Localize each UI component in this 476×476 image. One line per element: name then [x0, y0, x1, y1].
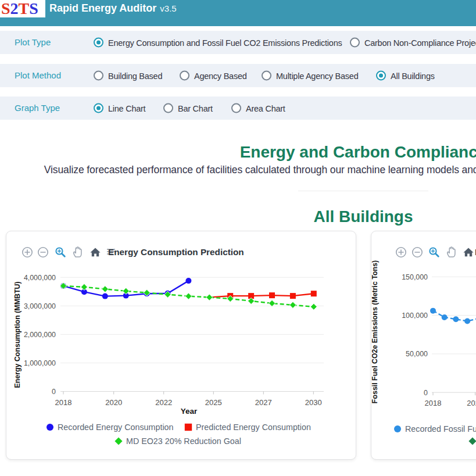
svg-text:Predicted Energy Consumption: Predicted Energy Consumption — [196, 423, 311, 432]
svg-text:2020: 2020 — [105, 398, 122, 407]
zoom-in-icon[interactable] — [23, 248, 32, 257]
box-zoom-icon[interactable] — [56, 248, 65, 256]
page: S2TS Rapid Energy Auditorv3.5 Plot TypeE… — [0, 0, 476, 476]
svg-text:2018: 2018 — [425, 399, 442, 407]
x-ticks: 20182020 — [425, 392, 476, 407]
pan-icon[interactable] — [448, 247, 455, 257]
svg-text:150,000: 150,000 — [402, 273, 428, 281]
y-axis-label: Energy Consumption (MMBTU) — [13, 281, 22, 388]
legend-item-recorded-energy-consumption[interactable]: Recorded Energy Consumption — [46, 423, 174, 432]
y-axis-label: Fossil Fuel CO2e Emissions (Metric Tons) — [371, 260, 379, 403]
legend-item-recorded-fossil-fuel-co2e-emissions[interactable]: Recorded Fossil Fuel CO2e Emissions — [394, 424, 476, 434]
y-tick-labels: 050,000100,000150,000 — [402, 273, 428, 397]
section-title: All Buildings — [0, 207, 476, 226]
gridlines — [432, 277, 476, 392]
svg-text:3,000,000: 3,000,000 — [24, 302, 56, 310]
zoom-in-icon[interactable] — [396, 248, 406, 257]
zoom-out-icon[interactable] — [413, 248, 422, 257]
x-axis-label: Year — [181, 407, 198, 416]
legend-item-md-eo23-20-reduction-goal[interactable]: MD EO23 20% Reduction Goal — [468, 436, 476, 446]
main-content: Energy and Carbon Compliance Visualize f… — [0, 0, 476, 476]
series-recorded-fossil-fuel-co2e-emissions — [430, 308, 476, 324]
zoom-out-icon[interactable] — [38, 248, 48, 257]
svg-text:0: 0 — [424, 389, 428, 397]
divider — [298, 191, 428, 191]
energy-consumption-chart: 01,000,0002,000,0003,000,0004,000,000201… — [6, 231, 357, 460]
svg-text:2022: 2022 — [155, 398, 172, 407]
legend-item-predicted-energy-consumption[interactable]: Predicted Energy Consumption — [185, 423, 311, 432]
pan-icon[interactable] — [74, 247, 81, 257]
svg-text:Recorded Fossil Fuel CO2e Emis: Recorded Fossil Fuel CO2e Emissions — [405, 424, 476, 434]
page-subtitle: Visualize forecasted performance of faci… — [0, 164, 476, 176]
svg-text:2030: 2030 — [305, 398, 322, 407]
series-predicted-energy-consumption — [209, 291, 317, 299]
svg-text:2027: 2027 — [255, 398, 272, 407]
svg-text:2020: 2020 — [467, 399, 476, 407]
box-zoom-icon[interactable] — [430, 248, 438, 256]
svg-text:100,000: 100,000 — [402, 312, 428, 320]
svg-text:MD EO23 20% Reduction Goal: MD EO23 20% Reduction Goal — [126, 436, 241, 446]
energy-consumption-chart-card: 01,000,0002,000,0003,000,0004,000,000201… — [6, 231, 356, 460]
svg-text:4,000,000: 4,000,000 — [24, 274, 56, 282]
svg-text:2,000,000: 2,000,000 — [24, 331, 56, 339]
svg-text:50,000: 50,000 — [406, 350, 428, 358]
home-icon[interactable] — [463, 248, 473, 256]
svg-text:2018: 2018 — [55, 398, 72, 407]
fossil-fuel-chart: 050,000100,000150,00020182020Fossil Fuel… — [371, 231, 476, 460]
page-title: Energy and Carbon Compliance — [0, 143, 476, 162]
fossil-fuel-chart-card: 050,000100,000150,00020182020Fossil Fuel… — [371, 231, 476, 460]
home-icon[interactable] — [90, 248, 100, 256]
svg-text:2025: 2025 — [205, 398, 222, 407]
legend-item-md-eo23-20-reduction-goal[interactable]: MD EO23 20% Reduction Goal — [114, 436, 241, 446]
svg-text:0: 0 — [52, 388, 56, 396]
x-ticks: 201820202022202520272030 — [55, 392, 322, 407]
svg-text:Recorded Energy Consumption: Recorded Energy Consumption — [58, 423, 174, 432]
svg-text:1,000,000: 1,000,000 — [24, 359, 56, 367]
chart-title: Energy Consumption Prediction — [108, 247, 244, 257]
y-tick-labels: 01,000,0002,000,0003,000,0004,000,000 — [24, 274, 56, 396]
